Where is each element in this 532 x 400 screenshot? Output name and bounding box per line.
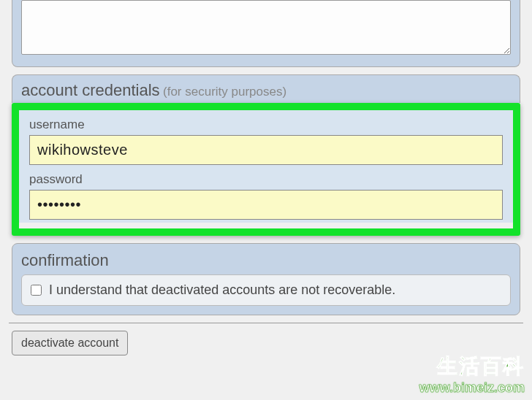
watermark: 生活百科 www.bimeiz.com	[419, 353, 525, 396]
top-panel	[12, 0, 520, 67]
deactivate-button[interactable]: deactivate account	[12, 331, 128, 355]
username-label: username	[29, 118, 503, 132]
watermark-brand: 生活百科	[419, 353, 525, 380]
confirmation-box: I understand that deactivated accounts a…	[21, 274, 511, 306]
confirmation-panel: confirmation I understand that deactivat…	[12, 243, 520, 315]
credentials-subtitle: (for security purposes)	[163, 85, 286, 99]
watermark-url: www.bimeiz.com	[419, 380, 525, 396]
credentials-header: account credentials (for security purpos…	[12, 74, 520, 103]
reason-textarea[interactable]	[21, 0, 511, 55]
credentials-body: username password	[19, 110, 513, 223]
confirmation-title: confirmation	[21, 251, 511, 270]
divider	[9, 323, 523, 323]
credentials-title: account credentials	[21, 81, 160, 99]
confirmation-checkbox[interactable]	[31, 285, 42, 296]
password-input[interactable]	[29, 190, 503, 220]
confirmation-text: I understand that deactivated accounts a…	[49, 282, 395, 298]
username-input[interactable]	[29, 135, 503, 165]
credentials-highlight: username password	[12, 103, 520, 236]
password-label: password	[29, 172, 503, 187]
